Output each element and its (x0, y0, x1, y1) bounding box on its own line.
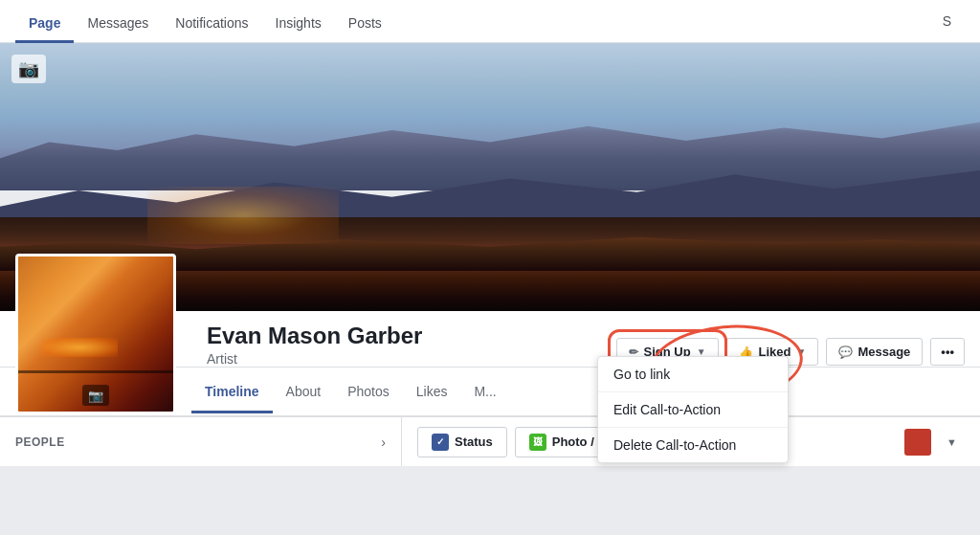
message-icon: 💬 (838, 346, 853, 359)
tab-page[interactable]: Page (15, 6, 74, 43)
cover-camera-button[interactable]: 📷 (11, 55, 46, 83)
more-button[interactable]: ••• (930, 338, 965, 366)
subtab-likes[interactable]: Likes (403, 372, 461, 413)
top-navigation: Page Messages Notifications Insights Pos… (0, 0, 980, 43)
people-arrow-icon: › (381, 435, 386, 450)
dropdown-item-delete[interactable]: Delete Call-to-Action (598, 428, 788, 462)
photo-icon: 🖼 (529, 434, 546, 451)
subtab-photos[interactable]: Photos (334, 372, 403, 413)
nav-search: S (929, 6, 965, 36)
people-section[interactable]: PEOPLE › (0, 417, 402, 466)
tab-posts[interactable]: Posts (335, 6, 395, 43)
people-label: PEOPLE (15, 435, 381, 449)
status-label: Status (455, 435, 493, 449)
profile-avatar: 📷 (15, 254, 176, 414)
photo-button[interactable]: 🖼 Photo / (515, 427, 609, 457)
photo-label: Photo / (552, 435, 594, 449)
profile-section: 📷 Evan Mason Garber Artist ✏ Sign Up ▼ 👍… (0, 311, 980, 416)
cover-sun-glow (147, 187, 339, 244)
message-button[interactable]: 💬 Message (826, 338, 923, 366)
avatar-horizon (18, 370, 173, 373)
tab-notifications[interactable]: Notifications (162, 6, 261, 43)
swatch-chevron-icon[interactable]: ▼ (947, 436, 957, 448)
color-swatch[interactable] (904, 429, 931, 456)
dropdown-item-edit[interactable]: Edit Call-to-Action (598, 392, 788, 428)
status-button[interactable]: ✓ Status (417, 427, 507, 457)
liked-chevron-icon: ▼ (797, 346, 807, 357)
camera-icon: 📷 (18, 58, 39, 79)
subtab-about[interactable]: About (273, 372, 335, 413)
avatar-camera-icon: 📷 (88, 389, 103, 403)
dropdown-menu: Go to link Edit Call-to-Action Delete Ca… (597, 356, 789, 463)
bottom-strip: PEOPLE › ✓ Status 🖼 Photo / nt + ▼ (0, 416, 980, 466)
avatar-camera-button[interactable]: 📷 (82, 385, 109, 406)
subtab-more[interactable]: M... (460, 372, 509, 413)
tab-insights[interactable]: Insights (262, 6, 335, 43)
tab-messages[interactable]: Messages (74, 6, 162, 43)
avatar-sun (41, 338, 118, 357)
message-label: Message (858, 345, 910, 359)
more-dots-icon: ••• (941, 345, 954, 359)
status-icon: ✓ (432, 434, 449, 451)
dropdown-item-goto[interactable]: Go to link (598, 357, 788, 392)
subtab-timeline[interactable]: Timeline (191, 372, 273, 413)
